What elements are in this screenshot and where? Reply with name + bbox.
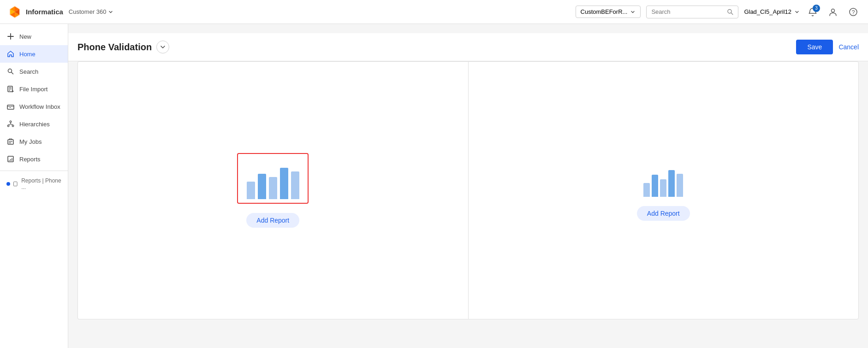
report-panel-left: Add Report — [77, 61, 468, 319]
breadcrumb-page-icon — [13, 181, 18, 187]
env-selector[interactable]: CustomBEForR... — [576, 6, 641, 18]
sidebar-item-file-import[interactable]: File Import — [0, 80, 68, 98]
sidebar-divider — [0, 171, 68, 171]
sidebar-item-my-jobs[interactable]: My Jobs — [0, 133, 68, 150]
plus-icon — [6, 32, 15, 41]
sidebar-new-label: New — [19, 33, 31, 40]
add-report-button-left[interactable]: Add Report — [246, 213, 299, 228]
sidebar-item-workflow-inbox[interactable]: Workflow Inbox — [0, 98, 68, 115]
chart-thumbnail-right — [640, 160, 686, 197]
svg-point-9 — [832, 9, 835, 12]
top-navigation: Informatica Customer 360 CustomBEForR...… — [0, 0, 868, 24]
sidebar-item-search[interactable]: Search — [0, 63, 68, 80]
notifications-button[interactable]: 3 — [805, 5, 820, 19]
main-content: Phone Validation Save Cancel Add Report … — [68, 24, 868, 348]
search-icon — [727, 8, 734, 16]
env-chevron-icon — [630, 9, 636, 15]
user-chevron-icon — [794, 9, 800, 15]
sidebar-workflow-inbox-label: Workflow Inbox — [19, 103, 60, 110]
sidebar: New Home Search File Import Workflow Inb… — [0, 24, 68, 348]
svg-line-25 — [8, 124, 11, 125]
sidebar-breadcrumb: Reports | Phone ... — [0, 174, 68, 194]
help-button[interactable]: ? — [846, 5, 861, 19]
sidebar-search-label: Search — [19, 68, 38, 75]
chart-thumbnail-left[interactable] — [237, 153, 309, 204]
notification-badge: 3 — [813, 5, 820, 12]
page-title: Phone Validation — [77, 42, 152, 53]
sidebar-item-hierarchies[interactable]: Hierarchies — [0, 115, 68, 133]
app-name: Informatica — [26, 8, 63, 16]
sidebar-item-new[interactable]: New — [0, 28, 68, 45]
my-jobs-icon — [6, 137, 15, 146]
page-title-area: Phone Validation — [77, 41, 169, 53]
workflow-inbox-icon — [6, 102, 15, 111]
add-report-button-right[interactable]: Add Report — [637, 206, 690, 221]
svg-line-8 — [731, 12, 733, 14]
title-chevron-icon — [160, 44, 166, 50]
svg-point-23 — [12, 125, 14, 127]
sidebar-item-reports[interactable]: Reports — [0, 150, 68, 168]
user-icon — [828, 7, 838, 17]
global-search-input[interactable] — [651, 8, 726, 15]
global-search-bar[interactable] — [646, 6, 738, 18]
cancel-button[interactable]: Cancel — [838, 43, 859, 51]
nav-right: CustomBEForR... Glad_CI5_April12 3 — [576, 5, 861, 19]
search-icon — [6, 67, 15, 76]
breadcrumb-dot — [6, 182, 10, 186]
reports-icon — [6, 155, 15, 163]
save-button[interactable]: Save — [796, 40, 833, 54]
title-dropdown-button[interactable] — [156, 41, 169, 53]
panels-container: Add Report Add Report — [77, 61, 859, 319]
informatica-logo-icon — [7, 5, 22, 19]
svg-rect-34 — [14, 182, 18, 186]
sidebar-my-jobs-label: My Jobs — [19, 138, 42, 145]
suite-chevron-icon — [108, 9, 113, 15]
svg-line-26 — [11, 124, 13, 125]
svg-line-15 — [12, 72, 13, 74]
file-import-icon — [6, 85, 15, 93]
svg-point-22 — [7, 125, 9, 127]
header-actions: Save Cancel — [796, 40, 859, 54]
suite-selector[interactable]: Customer 360 — [69, 8, 113, 15]
hierarchies-icon — [6, 120, 15, 128]
sidebar-hierarchies-label: Hierarchies — [19, 121, 50, 128]
home-icon — [6, 50, 15, 58]
sidebar-item-home[interactable]: Home — [0, 45, 68, 63]
svg-text:?: ? — [852, 9, 855, 16]
report-panel-right: Add Report — [468, 61, 859, 319]
sidebar-reports-label: Reports — [19, 156, 41, 163]
sidebar-file-import-label: File Import — [19, 86, 48, 93]
svg-rect-27 — [8, 140, 13, 144]
user-profile-button[interactable] — [826, 5, 840, 19]
logo-area: Informatica Customer 360 — [7, 5, 113, 19]
help-icon: ? — [849, 7, 858, 17]
svg-point-21 — [10, 121, 12, 123]
sidebar-home-label: Home — [19, 51, 36, 58]
user-menu[interactable]: Glad_CI5_April12 — [744, 8, 800, 15]
page-header: Phone Validation Save Cancel — [68, 33, 868, 61]
